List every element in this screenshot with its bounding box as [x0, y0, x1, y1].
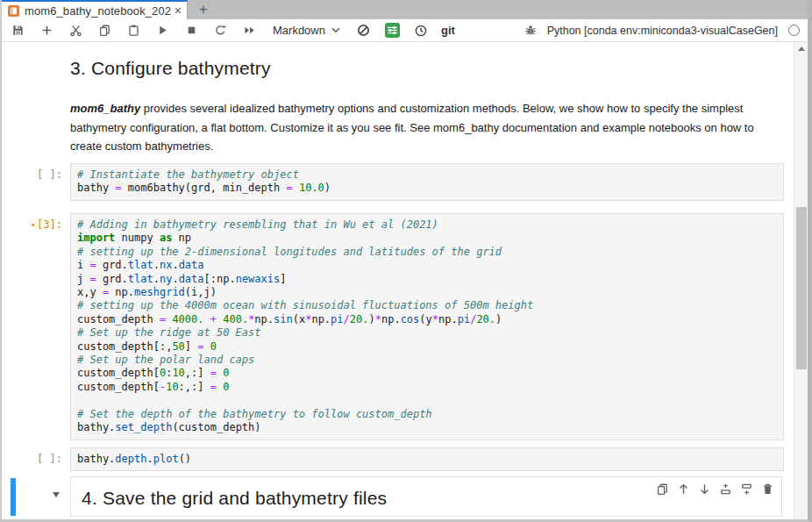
jupyterlab-window: mom6_bathy_notebook_202 × +	[0, 0, 812, 522]
scrollbar-thumb[interactable]	[796, 207, 807, 369]
new-tab-button[interactable]: +	[188, 0, 219, 19]
tab-title: mom6_bathy_notebook_202	[25, 4, 171, 18]
move-cell-up-icon[interactable]	[676, 482, 690, 496]
input-prompt-executed: •[3]:	[2, 213, 70, 231]
markdown-paragraph: mom6_bathy provides several idealized ba…	[70, 99, 782, 156]
bug-debugger-icon[interactable]	[524, 24, 537, 37]
paste-cells-button[interactable]	[119, 20, 148, 41]
cell-type-dropdown[interactable]: Markdown	[273, 24, 340, 37]
notebook-icon	[8, 5, 19, 17]
tab-bar: mom6_bathy_notebook_202 × +	[2, 0, 808, 19]
insert-cell-below-icon[interactable]	[739, 482, 753, 496]
insert-cell-button[interactable]	[32, 20, 61, 41]
markdown-cell-configure-bathymetry[interactable]: 3. Configure bathymetry mom6_bathy provi…	[70, 58, 782, 156]
cut-cells-button[interactable]	[61, 20, 90, 41]
code-editor[interactable]: # Instantiate the bathymetry objectbathy…	[70, 163, 784, 201]
code-editor[interactable]: # Adding in bathymetry resembling that i…	[70, 213, 784, 440]
duplicate-cell-icon[interactable]	[655, 482, 669, 496]
save-button[interactable]	[4, 20, 32, 41]
notebook-panel: 3. Configure bathymetry mom6_bathy provi…	[2, 42, 808, 519]
section-heading-3: 3. Configure bathymetry	[70, 58, 782, 79]
heading-collapser-icon[interactable]	[53, 492, 60, 497]
circle-slash-icon-button[interactable]	[349, 20, 378, 41]
cell-list: 3. Configure bathymetry mom6_bathy provi…	[2, 42, 794, 519]
tab-close-icon[interactable]: ×	[175, 4, 182, 17]
stop-button[interactable]	[177, 20, 206, 41]
code-editor[interactable]: bathy.depth.plot()	[70, 447, 784, 471]
vertical-scrollbar[interactable]	[794, 42, 808, 519]
delete-cell-icon[interactable]	[760, 482, 774, 496]
notebook-tab[interactable]: mom6_bathy_notebook_202 ×	[2, 0, 188, 19]
insert-cell-above-icon[interactable]	[718, 482, 732, 496]
cell-toolbar	[655, 482, 774, 496]
dirty-dot-indicator: •	[30, 219, 36, 231]
git-toolbar-button[interactable]: git	[441, 24, 455, 37]
code-cell-custom-bathymetry[interactable]: •[3]: # Adding in bathymetry resembling …	[2, 213, 784, 440]
kernel-status-icon[interactable]	[788, 25, 800, 36]
chevron-down-icon	[331, 27, 340, 33]
restart-kernel-button[interactable]	[206, 20, 235, 41]
markdown-cell-save-files[interactable]: 4. Save the grid and bathymetry files	[70, 476, 782, 517]
notebook-toolbar: Markdown git Python [conda env:miniconda…	[2, 19, 808, 42]
clock-icon-button[interactable]	[407, 20, 436, 41]
scrollbar-up-arrow-icon[interactable]	[798, 46, 805, 51]
cell-type-value: Markdown	[273, 24, 325, 37]
selected-cell-indicator-bar[interactable]	[11, 478, 16, 516]
copy-cells-button[interactable]	[90, 20, 119, 41]
run-button[interactable]	[148, 20, 177, 41]
move-cell-down-icon[interactable]	[697, 482, 711, 496]
run-all-button[interactable]	[235, 20, 264, 41]
input-prompt: [ ]:	[2, 163, 70, 181]
code-cell-plot-depth[interactable]: [ ]: bathy.depth.plot()	[2, 447, 784, 471]
toolbar-right-group: Python [conda env:miniconda3-visualCaseG…	[524, 24, 801, 37]
green-sliders-icon-button[interactable]	[378, 20, 407, 41]
code-cell-instantiate-bathy[interactable]: [ ]: # Instantiate the bathymetry object…	[2, 163, 784, 201]
input-prompt: [ ]:	[2, 447, 70, 465]
kernel-name[interactable]: Python [conda env:miniconda3-visualCaseG…	[547, 25, 778, 37]
